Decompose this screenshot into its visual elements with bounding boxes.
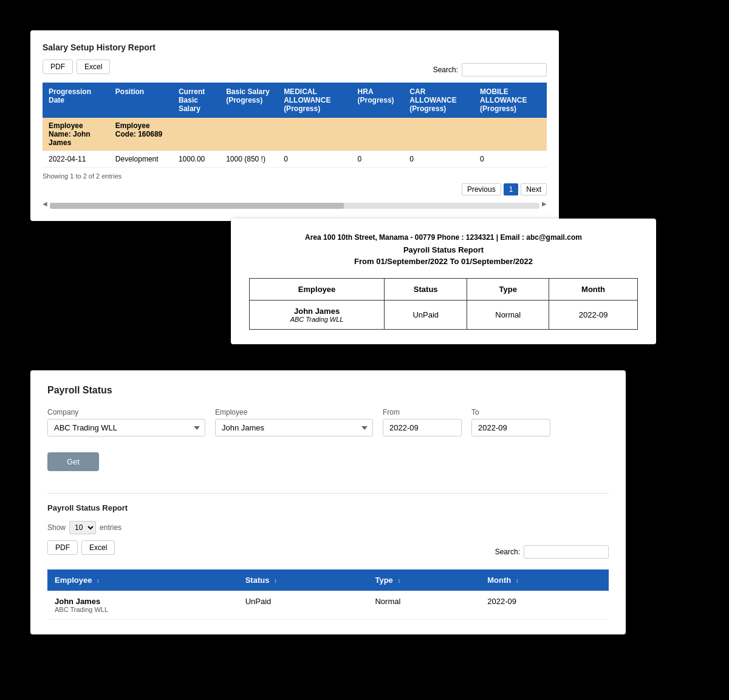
type-sort-icon[interactable]: ↕ — [397, 577, 400, 584]
payroll-table-header: Employee ↕ Status ↕ Type ↕ Month ↕ — [47, 569, 609, 591]
col-employee-label: Employee — [55, 576, 92, 585]
payroll-status-cell: UnPaid — [238, 591, 368, 620]
section-divider — [47, 493, 609, 494]
employee-select[interactable]: John James — [215, 419, 373, 437]
next-button[interactable]: Next — [521, 183, 547, 195]
payroll-employee-company: ABC Trading WLL — [55, 606, 231, 613]
payroll-employee-name: John James — [55, 597, 231, 606]
from-label: From — [383, 408, 462, 416]
payroll-status-title: Payroll Status — [47, 385, 609, 396]
to-field-group: To 2022-09 — [471, 408, 550, 437]
payroll-type-cell: Normal — [368, 591, 480, 620]
report-data-row: John James ABC Trading WLL UnPaid Normal… — [250, 301, 638, 330]
report-employee-name: John James — [258, 307, 375, 316]
bottom-search-input[interactable] — [524, 545, 609, 559]
col-hra: HRA (Progress) — [352, 83, 404, 118]
bottom-toolbar: PDF Excel Search: — [47, 540, 609, 563]
excel-button[interactable]: Excel — [77, 59, 110, 74]
scrollbar-thumb — [50, 203, 344, 209]
payroll-month-cell: 2022-09 — [480, 591, 609, 620]
col-basic-progress: Basic Salary (Progress) — [220, 83, 278, 118]
to-input[interactable]: 2022-09 — [471, 419, 550, 437]
row-current-basic: 1000.00 — [173, 151, 220, 168]
report-col-month: Month — [549, 279, 638, 301]
scroll-right-icon: ▶ — [542, 200, 547, 207]
salary-setup-panel: Salary Setup History Report PDF Excel Se… — [30, 30, 559, 221]
data-row: 2022-04-11 Development 1000.00 1000 (850… — [43, 151, 547, 168]
employee-name-cell: Employee Name: John James — [43, 118, 109, 151]
entries-select[interactable]: 10 — [69, 521, 96, 534]
row-medical: 0 — [278, 151, 351, 168]
company-select[interactable]: ABC Trading WLL — [47, 419, 205, 437]
pdf-button[interactable]: PDF — [43, 59, 73, 74]
sub-section-title: Payroll Status Report — [47, 503, 609, 512]
payroll-report-preview-panel: Area 100 10th Street, Manama - 00779 Pho… — [231, 219, 656, 344]
report-title: Payroll Status Report — [249, 245, 638, 254]
payroll-status-form-panel: Payroll Status Company ABC Trading WLL E… — [30, 370, 626, 634]
search-bar: Search: — [433, 63, 547, 76]
employee-sort-icon[interactable]: ↕ — [97, 577, 100, 584]
company-info: Area 100 10th Street, Manama - 00779 Pho… — [249, 233, 638, 242]
from-input[interactable]: 2022-09 — [383, 419, 462, 437]
row-car: 0 — [403, 151, 474, 168]
month-sort-icon[interactable]: ↕ — [516, 577, 519, 584]
col-progression-date: Progression Date — [43, 83, 109, 118]
row-hra: 0 — [352, 151, 404, 168]
page-1-button[interactable]: 1 — [504, 183, 519, 195]
status-sort-icon[interactable]: ↕ — [274, 577, 277, 584]
salary-panel-title: Salary Setup History Report — [43, 42, 547, 52]
search-label: Search: — [433, 66, 458, 74]
col-car: CAR ALLOWANCE (Progress) — [403, 83, 474, 118]
scroll-left-icon: ◀ — [43, 200, 47, 207]
bottom-search: Search: — [495, 545, 609, 559]
to-label: To — [471, 408, 550, 416]
show-entries-row: Show 10 entries — [47, 521, 609, 534]
bottom-excel-button[interactable]: Excel — [81, 540, 115, 555]
col-month-label: Month — [487, 576, 511, 585]
payroll-employee-cell: John James ABC Trading WLL — [47, 591, 238, 620]
row-position: Development — [109, 151, 173, 168]
report-col-employee: Employee — [250, 279, 385, 301]
row-basic-progress: 1000 (850 !) — [220, 151, 278, 168]
payroll-status-table: Employee ↕ Status ↕ Type ↕ Month ↕ — [47, 569, 609, 620]
report-header-row: Employee Status Type Month — [250, 279, 638, 301]
bottom-pdf-button[interactable]: PDF — [47, 540, 78, 555]
company-label: Company — [47, 408, 205, 416]
report-status-cell: UnPaid — [385, 301, 467, 330]
from-field-group: From 2022-09 — [383, 408, 462, 437]
show-label: Show — [47, 523, 66, 532]
report-employee-company: ABC Trading WLL — [258, 316, 375, 323]
employee-header-row: Employee Name: John James Employee Code:… — [43, 118, 547, 151]
col-mobile: MOBILE ALLOWANCE (Progress) — [474, 83, 547, 118]
col-employee-header: Employee ↕ — [47, 569, 238, 591]
salary-table: Progression Date Position Current Basic … — [43, 83, 547, 168]
payroll-table-row: John James ABC Trading WLL UnPaid Normal… — [47, 591, 609, 620]
search-input[interactable] — [462, 63, 547, 76]
row-date: 2022-04-11 — [43, 151, 109, 168]
report-type-cell: Normal — [467, 301, 549, 330]
col-medical: MEDICAL ALLOWANCE (Progress) — [278, 83, 351, 118]
prev-button[interactable]: Previous — [462, 183, 501, 195]
horizontal-scrollbar[interactable] — [50, 203, 539, 209]
company-field-group: Company ABC Trading WLL — [47, 408, 205, 437]
showing-text: Showing 1 to 2 of 2 entries — [43, 172, 547, 180]
employee-label: Employee — [215, 408, 373, 416]
col-status-header: Status ↕ — [238, 569, 368, 591]
bottom-search-label: Search: — [495, 548, 520, 556]
col-type-header: Type ↕ — [368, 569, 480, 591]
col-position: Position — [109, 83, 173, 118]
col-current-basic: Current Basic Salary — [173, 83, 220, 118]
form-row: Company ABC Trading WLL Employee John Ja… — [47, 408, 609, 437]
report-col-status: Status — [385, 279, 467, 301]
get-button[interactable]: Get — [47, 452, 99, 471]
col-type-label: Type — [375, 576, 392, 585]
bottom-export-buttons: PDF Excel — [47, 540, 115, 555]
entries-label: entries — [100, 523, 122, 532]
report-employee-cell: John James ABC Trading WLL — [250, 301, 385, 330]
report-date-range: From 01/September/2022 To 01/September/2… — [249, 257, 638, 266]
col-status-label: Status — [245, 576, 270, 585]
table-header-row: Progression Date Position Current Basic … — [43, 83, 547, 118]
report-month-cell: 2022-09 — [549, 301, 638, 330]
row-mobile: 0 — [474, 151, 547, 168]
col-month-header: Month ↕ — [480, 569, 609, 591]
